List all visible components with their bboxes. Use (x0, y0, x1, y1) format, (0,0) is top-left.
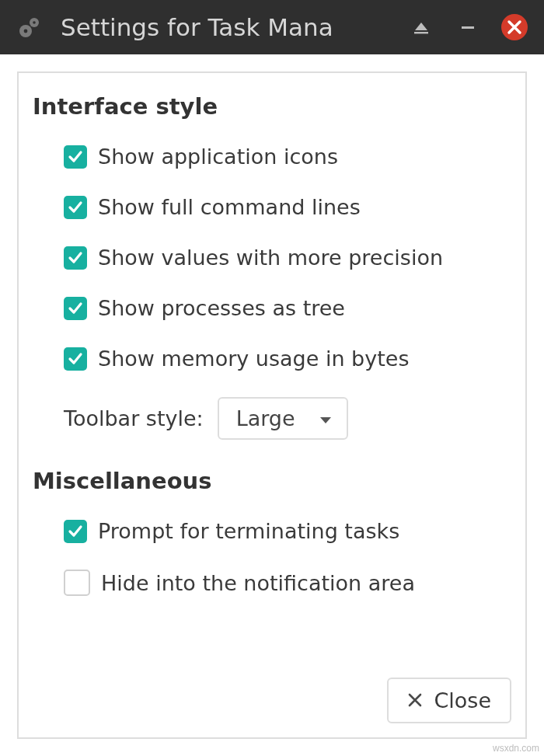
checkbox-icon[interactable] (64, 145, 87, 169)
option-label: Hide into the notification area (101, 571, 415, 595)
option-show-app-icons[interactable]: Show application icons (64, 145, 511, 169)
content-area: Interface style Show application icons S… (0, 54, 544, 756)
checkbox-icon[interactable] (64, 520, 87, 543)
close-button[interactable]: Close (387, 678, 511, 723)
checkbox-icon[interactable] (64, 246, 87, 270)
toolbar-style-row: Toolbar style: Large (64, 397, 511, 440)
miscellaneous-heading: Miscellaneous (33, 468, 511, 494)
checkbox-icon[interactable] (64, 570, 90, 596)
interface-options: Show application icons Show full command… (64, 145, 511, 440)
chevron-down-icon (319, 406, 333, 430)
window-title: Settings for Task Mana (61, 13, 390, 41)
checkbox-icon[interactable] (64, 347, 87, 371)
minimize-button[interactable] (452, 12, 483, 43)
settings-window: Settings for Task Mana Interface style (0, 0, 544, 756)
svg-point-2 (24, 30, 28, 33)
option-label: Show values with more precision (98, 246, 443, 270)
option-show-processes-tree[interactable]: Show processes as tree (64, 296, 511, 320)
svg-point-3 (33, 21, 36, 24)
option-hide-notification-area[interactable]: Hide into the notification area (64, 570, 511, 596)
dialog-footer: Close (33, 678, 511, 723)
checkbox-icon[interactable] (64, 196, 87, 219)
always-on-top-icon[interactable] (406, 12, 437, 43)
option-label: Show application icons (98, 145, 338, 169)
svg-rect-4 (414, 32, 428, 33)
toolbar-style-dropdown[interactable]: Large (218, 397, 348, 440)
titlebar: Settings for Task Mana (0, 0, 544, 54)
option-label: Show memory usage in bytes (98, 347, 409, 371)
misc-options: Prompt for terminating tasks Hide into t… (64, 519, 511, 596)
watermark-text: wsxdn.com (493, 743, 539, 754)
option-show-full-command-lines[interactable]: Show full command lines (64, 195, 511, 219)
settings-app-icon (14, 12, 45, 43)
dropdown-value: Large (236, 406, 295, 430)
option-label: Show full command lines (98, 195, 361, 219)
window-close-button[interactable] (499, 12, 530, 43)
toolbar-style-label: Toolbar style: (64, 406, 204, 430)
option-show-memory-bytes[interactable]: Show memory usage in bytes (64, 347, 511, 371)
interface-style-heading: Interface style (33, 93, 511, 120)
settings-frame: Interface style Show application icons S… (17, 71, 527, 739)
option-label: Show processes as tree (98, 296, 345, 320)
svg-rect-5 (462, 26, 474, 29)
close-icon (407, 688, 423, 712)
option-prompt-terminate[interactable]: Prompt for terminating tasks (64, 519, 511, 543)
option-label: Prompt for terminating tasks (98, 519, 399, 543)
option-show-values-precision[interactable]: Show values with more precision (64, 246, 511, 270)
checkbox-icon[interactable] (64, 297, 87, 320)
close-button-label: Close (434, 688, 491, 712)
